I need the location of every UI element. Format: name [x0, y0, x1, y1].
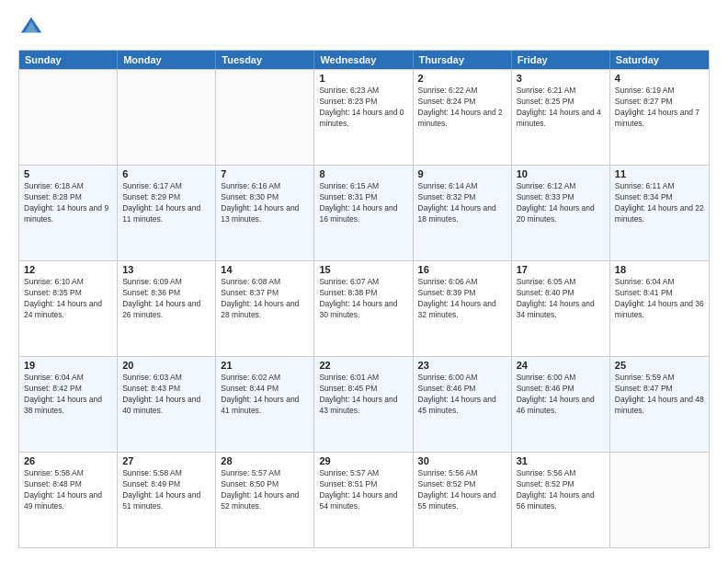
day-info: Sunrise: 6:17 AMSunset: 8:29 PMDaylight:… [122, 181, 210, 225]
day-info: Sunrise: 6:02 AMSunset: 8:44 PMDaylight:… [221, 373, 309, 417]
day-number: 19 [24, 360, 112, 371]
calendar-header-cell: Sunday [19, 51, 118, 69]
calendar: SundayMondayTuesdayWednesdayThursdayFrid… [18, 50, 710, 548]
day-info: Sunrise: 6:07 AMSunset: 8:38 PMDaylight:… [319, 277, 407, 321]
day-number: 9 [418, 168, 506, 179]
page: SundayMondayTuesdayWednesdayThursdayFrid… [0, 0, 728, 563]
day-number: 3 [517, 73, 605, 84]
day-info: Sunrise: 6:18 AMSunset: 8:28 PMDaylight:… [24, 181, 112, 225]
day-number: 27 [122, 455, 210, 466]
calendar-cell: 17Sunrise: 6:05 AMSunset: 8:40 PMDayligh… [512, 261, 610, 356]
day-number: 11 [615, 168, 704, 179]
calendar-cell: 22Sunrise: 6:01 AMSunset: 8:45 PMDayligh… [314, 357, 413, 452]
day-info: Sunrise: 5:56 AMSunset: 8:52 PMDaylight:… [418, 468, 506, 512]
calendar-cell: 27Sunrise: 5:58 AMSunset: 8:49 PMDayligh… [118, 453, 216, 547]
day-info: Sunrise: 6:12 AMSunset: 8:33 PMDaylight:… [517, 181, 605, 225]
calendar-header-cell: Saturday [610, 51, 709, 69]
day-number: 21 [221, 360, 309, 371]
calendar-row: 19Sunrise: 6:04 AMSunset: 8:42 PMDayligh… [19, 356, 709, 452]
calendar-cell: 9Sunrise: 6:14 AMSunset: 8:32 PMDaylight… [414, 166, 512, 260]
calendar-cell: 11Sunrise: 6:11 AMSunset: 8:34 PMDayligh… [610, 166, 709, 260]
day-info: Sunrise: 6:16 AMSunset: 8:30 PMDaylight:… [221, 181, 309, 225]
day-info: Sunrise: 6:00 AMSunset: 8:46 PMDaylight:… [517, 373, 605, 417]
day-info: Sunrise: 5:59 AMSunset: 8:47 PMDaylight:… [615, 373, 704, 417]
calendar-header-cell: Monday [118, 51, 216, 69]
calendar-cell: 29Sunrise: 5:57 AMSunset: 8:51 PMDayligh… [314, 453, 413, 547]
day-info: Sunrise: 6:14 AMSunset: 8:32 PMDaylight:… [418, 181, 506, 225]
day-info: Sunrise: 5:57 AMSunset: 8:50 PMDaylight:… [221, 468, 309, 512]
calendar-row: 5Sunrise: 6:18 AMSunset: 8:28 PMDaylight… [19, 165, 709, 260]
day-info: Sunrise: 6:00 AMSunset: 8:46 PMDaylight:… [418, 373, 506, 417]
day-number: 14 [221, 264, 309, 275]
day-number: 26 [24, 455, 112, 466]
calendar-cell: 14Sunrise: 6:08 AMSunset: 8:37 PMDayligh… [216, 261, 314, 356]
calendar-cell [19, 70, 118, 165]
calendar-cell: 10Sunrise: 6:12 AMSunset: 8:33 PMDayligh… [512, 166, 610, 260]
calendar-row: 26Sunrise: 5:58 AMSunset: 8:48 PMDayligh… [19, 452, 709, 547]
calendar-cell: 1Sunrise: 6:23 AMSunset: 8:23 PMDaylight… [314, 70, 413, 165]
day-number: 7 [221, 168, 309, 179]
day-info: Sunrise: 6:10 AMSunset: 8:35 PMDaylight:… [24, 277, 112, 321]
day-number: 23 [418, 360, 506, 371]
calendar-header-cell: Tuesday [216, 51, 314, 69]
calendar-cell: 21Sunrise: 6:02 AMSunset: 8:44 PMDayligh… [216, 357, 314, 452]
calendar-cell [118, 70, 216, 165]
day-info: Sunrise: 6:19 AMSunset: 8:27 PMDaylight:… [615, 86, 704, 130]
header [18, 15, 710, 40]
day-number: 15 [319, 264, 407, 275]
day-info: Sunrise: 5:58 AMSunset: 8:48 PMDaylight:… [24, 468, 112, 512]
calendar-row: 1Sunrise: 6:23 AMSunset: 8:23 PMDaylight… [19, 69, 709, 165]
day-number: 5 [24, 168, 112, 179]
day-info: Sunrise: 6:08 AMSunset: 8:37 PMDaylight:… [221, 277, 309, 321]
calendar-cell: 24Sunrise: 6:00 AMSunset: 8:46 PMDayligh… [512, 357, 610, 452]
day-info: Sunrise: 6:05 AMSunset: 8:40 PMDaylight:… [517, 277, 605, 321]
day-number: 16 [418, 264, 506, 275]
logo [18, 15, 48, 40]
calendar-cell [216, 70, 314, 165]
day-number: 20 [122, 360, 210, 371]
calendar-header-cell: Thursday [414, 51, 512, 69]
day-number: 10 [517, 168, 605, 179]
calendar-cell: 19Sunrise: 6:04 AMSunset: 8:42 PMDayligh… [19, 357, 118, 452]
calendar-cell: 4Sunrise: 6:19 AMSunset: 8:27 PMDaylight… [610, 70, 709, 165]
day-number: 18 [615, 264, 704, 275]
day-number: 17 [517, 264, 605, 275]
calendar-cell: 5Sunrise: 6:18 AMSunset: 8:28 PMDaylight… [19, 166, 118, 260]
calendar-cell: 16Sunrise: 6:06 AMSunset: 8:39 PMDayligh… [414, 261, 512, 356]
calendar-header: SundayMondayTuesdayWednesdayThursdayFrid… [19, 51, 709, 69]
day-number: 8 [319, 168, 407, 179]
calendar-cell: 25Sunrise: 5:59 AMSunset: 8:47 PMDayligh… [610, 357, 709, 452]
calendar-header-cell: Wednesday [314, 51, 413, 69]
day-number: 6 [122, 168, 210, 179]
day-number: 22 [319, 360, 407, 371]
calendar-cell: 13Sunrise: 6:09 AMSunset: 8:36 PMDayligh… [118, 261, 216, 356]
calendar-cell: 12Sunrise: 6:10 AMSunset: 8:35 PMDayligh… [19, 261, 118, 356]
day-info: Sunrise: 6:11 AMSunset: 8:34 PMDaylight:… [615, 181, 704, 225]
day-info: Sunrise: 6:21 AMSunset: 8:25 PMDaylight:… [517, 86, 605, 130]
calendar-cell: 18Sunrise: 6:04 AMSunset: 8:41 PMDayligh… [610, 261, 709, 356]
day-info: Sunrise: 6:15 AMSunset: 8:31 PMDaylight:… [319, 181, 407, 225]
day-number: 2 [418, 73, 506, 84]
day-info: Sunrise: 6:04 AMSunset: 8:42 PMDaylight:… [24, 373, 112, 417]
calendar-cell: 8Sunrise: 6:15 AMSunset: 8:31 PMDaylight… [314, 166, 413, 260]
day-info: Sunrise: 6:04 AMSunset: 8:41 PMDaylight:… [615, 277, 704, 321]
day-info: Sunrise: 6:03 AMSunset: 8:43 PMDaylight:… [122, 373, 210, 417]
calendar-cell: 30Sunrise: 5:56 AMSunset: 8:52 PMDayligh… [414, 453, 512, 547]
day-info: Sunrise: 6:23 AMSunset: 8:23 PMDaylight:… [319, 86, 407, 130]
calendar-cell [610, 453, 709, 547]
day-number: 29 [319, 455, 407, 466]
calendar-cell: 23Sunrise: 6:00 AMSunset: 8:46 PMDayligh… [414, 357, 512, 452]
calendar-cell: 15Sunrise: 6:07 AMSunset: 8:38 PMDayligh… [314, 261, 413, 356]
day-number: 4 [615, 73, 704, 84]
day-info: Sunrise: 5:56 AMSunset: 8:52 PMDaylight:… [517, 468, 605, 512]
day-info: Sunrise: 5:58 AMSunset: 8:49 PMDaylight:… [122, 468, 210, 512]
calendar-cell: 26Sunrise: 5:58 AMSunset: 8:48 PMDayligh… [19, 453, 118, 547]
calendar-cell: 20Sunrise: 6:03 AMSunset: 8:43 PMDayligh… [118, 357, 216, 452]
day-info: Sunrise: 6:01 AMSunset: 8:45 PMDaylight:… [319, 373, 407, 417]
calendar-cell: 6Sunrise: 6:17 AMSunset: 8:29 PMDaylight… [118, 166, 216, 260]
calendar-row: 12Sunrise: 6:10 AMSunset: 8:35 PMDayligh… [19, 260, 709, 356]
calendar-header-cell: Friday [512, 51, 610, 69]
day-number: 30 [418, 455, 506, 466]
day-info: Sunrise: 6:22 AMSunset: 8:24 PMDaylight:… [418, 86, 506, 130]
day-number: 1 [319, 73, 407, 84]
